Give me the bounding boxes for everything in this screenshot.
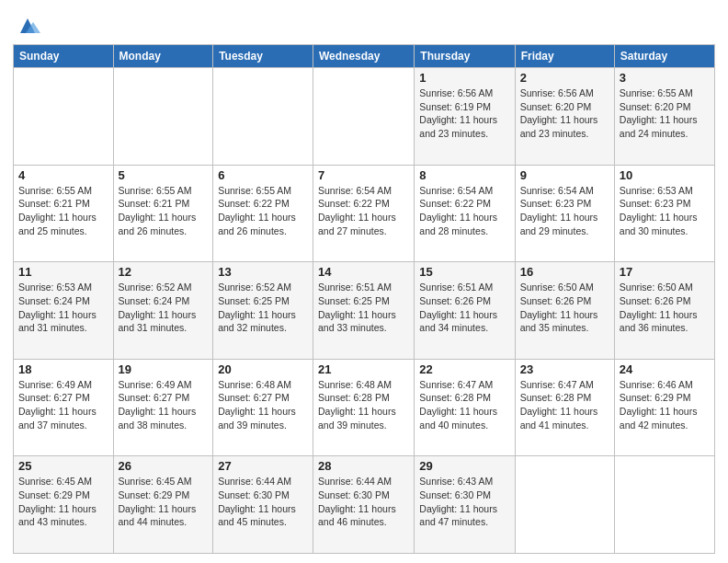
page: SundayMondayTuesdayWednesdayThursdayFrid… xyxy=(0,0,728,563)
day-number: 10 xyxy=(620,168,710,182)
day-number: 8 xyxy=(419,168,509,182)
day-number: 25 xyxy=(18,459,108,473)
calendar-cell xyxy=(14,68,114,166)
day-info: Sunrise: 6:55 AM Sunset: 6:22 PM Dayligh… xyxy=(218,184,308,238)
calendar-cell: 14Sunrise: 6:51 AM Sunset: 6:25 PM Dayli… xyxy=(313,262,415,360)
day-number: 13 xyxy=(218,265,308,279)
calendar-cell: 22Sunrise: 6:47 AM Sunset: 6:28 PM Dayli… xyxy=(415,359,515,456)
day-info: Sunrise: 6:54 AM Sunset: 6:22 PM Dayligh… xyxy=(419,184,509,238)
day-info: Sunrise: 6:55 AM Sunset: 6:20 PM Dayligh… xyxy=(620,86,710,141)
calendar-cell: 29Sunrise: 6:43 AM Sunset: 6:30 PM Dayli… xyxy=(415,456,515,554)
day-info: Sunrise: 6:50 AM Sunset: 6:26 PM Dayligh… xyxy=(520,281,609,335)
calendar-cell xyxy=(313,68,415,166)
day-info: Sunrise: 6:55 AM Sunset: 6:21 PM Dayligh… xyxy=(18,184,108,238)
calendar-cell xyxy=(614,456,714,554)
calendar-cell: 19Sunrise: 6:49 AM Sunset: 6:27 PM Dayli… xyxy=(113,359,213,456)
calendar-table: SundayMondayTuesdayWednesdayThursdayFrid… xyxy=(13,44,715,554)
calendar-cell: 11Sunrise: 6:53 AM Sunset: 6:24 PM Dayli… xyxy=(14,262,114,360)
calendar-header: SundayMondayTuesdayWednesdayThursdayFrid… xyxy=(14,45,715,68)
day-number: 9 xyxy=(520,168,609,182)
day-number: 27 xyxy=(218,459,308,473)
calendar-cell: 5Sunrise: 6:55 AM Sunset: 6:21 PM Daylig… xyxy=(113,165,213,262)
day-number: 24 xyxy=(620,362,710,376)
calendar-cell xyxy=(515,456,614,554)
day-info: Sunrise: 6:45 AM Sunset: 6:29 PM Dayligh… xyxy=(119,475,209,529)
calendar-cell: 13Sunrise: 6:52 AM Sunset: 6:25 PM Dayli… xyxy=(213,262,313,360)
calendar-cell: 6Sunrise: 6:55 AM Sunset: 6:22 PM Daylig… xyxy=(213,165,313,262)
calendar-cell: 25Sunrise: 6:45 AM Sunset: 6:29 PM Dayli… xyxy=(14,456,114,554)
calendar-cell: 7Sunrise: 6:54 AM Sunset: 6:22 PM Daylig… xyxy=(313,165,415,262)
week-row-2: 11Sunrise: 6:53 AM Sunset: 6:24 PM Dayli… xyxy=(14,262,715,360)
day-info: Sunrise: 6:43 AM Sunset: 6:30 PM Dayligh… xyxy=(419,475,509,529)
day-info: Sunrise: 6:52 AM Sunset: 6:24 PM Dayligh… xyxy=(119,281,209,335)
day-number: 17 xyxy=(620,265,710,279)
calendar-cell: 18Sunrise: 6:49 AM Sunset: 6:27 PM Dayli… xyxy=(14,359,114,456)
day-number: 7 xyxy=(318,168,409,182)
calendar-body: 1Sunrise: 6:56 AM Sunset: 6:19 PM Daylig… xyxy=(14,68,715,554)
day-info: Sunrise: 6:55 AM Sunset: 6:21 PM Dayligh… xyxy=(119,184,209,238)
day-header-tuesday: Tuesday xyxy=(213,45,313,68)
calendar-cell xyxy=(113,68,213,166)
calendar-cell: 4Sunrise: 6:55 AM Sunset: 6:21 PM Daylig… xyxy=(14,165,114,262)
day-info: Sunrise: 6:51 AM Sunset: 6:25 PM Dayligh… xyxy=(318,281,409,335)
logo xyxy=(13,13,40,39)
day-info: Sunrise: 6:46 AM Sunset: 6:29 PM Dayligh… xyxy=(620,378,710,432)
day-number: 15 xyxy=(419,265,509,279)
calendar-cell: 23Sunrise: 6:47 AM Sunset: 6:28 PM Dayli… xyxy=(515,359,614,456)
day-number: 16 xyxy=(520,265,609,279)
day-number: 28 xyxy=(318,459,409,473)
day-header-thursday: Thursday xyxy=(415,45,515,68)
calendar-cell: 3Sunrise: 6:55 AM Sunset: 6:20 PM Daylig… xyxy=(614,68,714,166)
day-info: Sunrise: 6:54 AM Sunset: 6:23 PM Dayligh… xyxy=(520,184,609,238)
calendar-cell: 8Sunrise: 6:54 AM Sunset: 6:22 PM Daylig… xyxy=(415,165,515,262)
calendar-cell: 17Sunrise: 6:50 AM Sunset: 6:26 PM Dayli… xyxy=(614,262,714,360)
day-number: 5 xyxy=(119,168,209,182)
day-info: Sunrise: 6:51 AM Sunset: 6:26 PM Dayligh… xyxy=(419,281,509,335)
day-info: Sunrise: 6:48 AM Sunset: 6:27 PM Dayligh… xyxy=(218,378,308,432)
calendar-cell: 10Sunrise: 6:53 AM Sunset: 6:23 PM Dayli… xyxy=(614,165,714,262)
day-number: 3 xyxy=(620,71,710,85)
day-header-sunday: Sunday xyxy=(14,45,114,68)
day-info: Sunrise: 6:45 AM Sunset: 6:29 PM Dayligh… xyxy=(18,475,108,529)
logo-icon xyxy=(15,13,40,39)
day-number: 19 xyxy=(119,362,209,376)
day-info: Sunrise: 6:53 AM Sunset: 6:23 PM Dayligh… xyxy=(620,184,710,238)
calendar-cell: 20Sunrise: 6:48 AM Sunset: 6:27 PM Dayli… xyxy=(213,359,313,456)
day-number: 18 xyxy=(18,362,108,376)
week-row-0: 1Sunrise: 6:56 AM Sunset: 6:19 PM Daylig… xyxy=(14,68,715,166)
day-info: Sunrise: 6:44 AM Sunset: 6:30 PM Dayligh… xyxy=(318,475,409,529)
day-info: Sunrise: 6:50 AM Sunset: 6:26 PM Dayligh… xyxy=(620,281,710,335)
day-number: 14 xyxy=(318,265,409,279)
day-number: 29 xyxy=(419,459,509,473)
calendar-cell: 9Sunrise: 6:54 AM Sunset: 6:23 PM Daylig… xyxy=(515,165,614,262)
calendar-cell: 1Sunrise: 6:56 AM Sunset: 6:19 PM Daylig… xyxy=(415,68,515,166)
calendar-cell: 16Sunrise: 6:50 AM Sunset: 6:26 PM Dayli… xyxy=(515,262,614,360)
day-number: 12 xyxy=(119,265,209,279)
day-info: Sunrise: 6:47 AM Sunset: 6:28 PM Dayligh… xyxy=(520,378,609,432)
header-row: SundayMondayTuesdayWednesdayThursdayFrid… xyxy=(14,45,715,68)
day-info: Sunrise: 6:53 AM Sunset: 6:24 PM Dayligh… xyxy=(18,281,108,335)
day-info: Sunrise: 6:56 AM Sunset: 6:20 PM Dayligh… xyxy=(520,86,609,141)
header xyxy=(13,9,715,39)
day-number: 1 xyxy=(419,71,509,85)
calendar-cell: 27Sunrise: 6:44 AM Sunset: 6:30 PM Dayli… xyxy=(213,456,313,554)
day-number: 6 xyxy=(218,168,308,182)
week-row-3: 18Sunrise: 6:49 AM Sunset: 6:27 PM Dayli… xyxy=(14,359,715,456)
day-header-saturday: Saturday xyxy=(614,45,714,68)
calendar-cell: 26Sunrise: 6:45 AM Sunset: 6:29 PM Dayli… xyxy=(113,456,213,554)
day-info: Sunrise: 6:48 AM Sunset: 6:28 PM Dayligh… xyxy=(318,378,409,432)
day-info: Sunrise: 6:49 AM Sunset: 6:27 PM Dayligh… xyxy=(18,378,108,432)
day-number: 26 xyxy=(119,459,209,473)
day-info: Sunrise: 6:54 AM Sunset: 6:22 PM Dayligh… xyxy=(318,184,409,238)
day-info: Sunrise: 6:47 AM Sunset: 6:28 PM Dayligh… xyxy=(419,378,509,432)
week-row-1: 4Sunrise: 6:55 AM Sunset: 6:21 PM Daylig… xyxy=(14,165,715,262)
calendar-cell: 24Sunrise: 6:46 AM Sunset: 6:29 PM Dayli… xyxy=(614,359,714,456)
week-row-4: 25Sunrise: 6:45 AM Sunset: 6:29 PM Dayli… xyxy=(14,456,715,554)
day-number: 2 xyxy=(520,71,609,85)
day-header-monday: Monday xyxy=(113,45,213,68)
calendar-cell: 2Sunrise: 6:56 AM Sunset: 6:20 PM Daylig… xyxy=(515,68,614,166)
day-header-friday: Friday xyxy=(515,45,614,68)
day-number: 4 xyxy=(18,168,108,182)
day-info: Sunrise: 6:49 AM Sunset: 6:27 PM Dayligh… xyxy=(119,378,209,432)
calendar-cell: 21Sunrise: 6:48 AM Sunset: 6:28 PM Dayli… xyxy=(313,359,415,456)
